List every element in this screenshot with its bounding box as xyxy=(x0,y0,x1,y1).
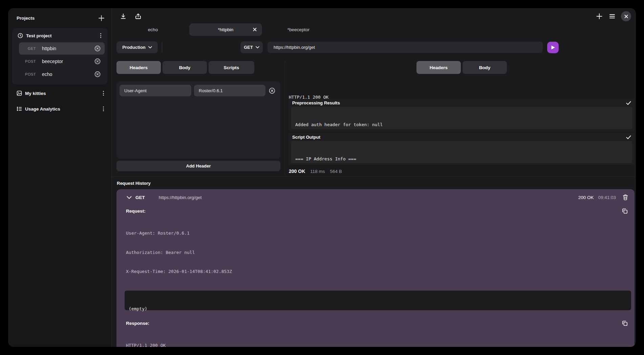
check-icon xyxy=(626,135,631,139)
project-group-header[interactable]: Test project xyxy=(15,31,105,42)
download-icon xyxy=(120,13,127,20)
collapse-entry-button[interactable] xyxy=(126,195,132,200)
export-button[interactable] xyxy=(134,12,142,20)
history-entry-header[interactable]: GET https://httpbin.org/get 200 OK 09:41… xyxy=(116,189,635,205)
chevron-down-icon xyxy=(127,196,132,199)
add-header-button[interactable]: Add Header xyxy=(116,161,280,171)
remove-header-button[interactable] xyxy=(268,87,276,95)
main-area: echo *httpbin *beeceptor Production xyxy=(112,8,636,347)
environment-dropdown[interactable]: Production xyxy=(116,41,158,53)
sidebar-item-my-kitties[interactable]: My kitties xyxy=(12,86,107,100)
request-method-badge: GET xyxy=(22,46,36,51)
request-label-row: Request: xyxy=(125,205,631,215)
chevron-down-icon xyxy=(148,46,152,48)
tab-request-body[interactable]: Body xyxy=(163,61,207,74)
close-window-button[interactable] xyxy=(621,11,631,21)
sidebar-item-echo[interactable]: POST echo xyxy=(19,68,105,80)
request-pane-tabs: Headers Body Scripts xyxy=(116,61,280,74)
method-label: GET xyxy=(244,45,253,50)
request-name: echo xyxy=(42,72,94,77)
delete-entry-button[interactable] xyxy=(622,194,629,201)
request-history-title: Request History xyxy=(112,177,636,186)
header-key-input[interactable] xyxy=(120,85,191,96)
remove-request-button[interactable] xyxy=(94,58,101,65)
tab-beeceptor[interactable]: *beeceptor xyxy=(262,23,335,36)
url-input[interactable] xyxy=(267,42,543,53)
tab-response-headers[interactable]: Headers xyxy=(416,61,461,74)
sidebar: Projects Test project GET httpbin xyxy=(8,8,112,347)
copy-response-button[interactable] xyxy=(621,320,628,327)
script-output[interactable]: === IP Address Info === IP: 195.146.105.… xyxy=(291,141,632,163)
section-label: Usage Analytics xyxy=(25,106,101,112)
script-output-panel: Script Output === IP Address Info === IP… xyxy=(289,133,635,165)
history-request-body: (empty) xyxy=(125,291,631,310)
circled-x-icon xyxy=(94,71,101,77)
output-line: === IP Address Info === xyxy=(295,156,628,162)
remove-request-button[interactable] xyxy=(94,45,101,52)
tab-response-body[interactable]: Body xyxy=(463,61,507,74)
hamburger-icon xyxy=(609,13,616,20)
request-bar: Production GET xyxy=(112,41,636,53)
status-size: 564 B xyxy=(330,169,342,174)
sidebar-header: Projects xyxy=(12,13,107,23)
projects-title: Projects xyxy=(17,16,35,21)
script-output-header: Script Output xyxy=(289,133,635,141)
tab-echo[interactable]: echo xyxy=(116,23,189,36)
history-method: GET xyxy=(135,195,145,200)
tab-request-scripts[interactable]: Scripts xyxy=(209,61,254,74)
remove-request-button[interactable] xyxy=(94,71,101,78)
header-value-input[interactable] xyxy=(194,85,265,96)
send-request-button[interactable] xyxy=(547,42,559,53)
my-kitties-menu-button[interactable] xyxy=(101,90,106,97)
circled-x-icon xyxy=(94,45,101,52)
request-pane: Headers Body Scripts Add Heade xyxy=(116,61,280,175)
clock-icon xyxy=(18,33,23,38)
new-tab-button[interactable] xyxy=(595,12,603,20)
request-label: Request: xyxy=(126,209,146,214)
play-icon xyxy=(551,45,555,50)
history-entry-body: Request: User-Agent: Roster/0.6.1 Author… xyxy=(116,205,635,347)
preprocessing-results-panel: Preprocessing Results Added auth header … xyxy=(289,99,635,131)
status-duration: 118 ms xyxy=(310,169,325,174)
method-dropdown[interactable]: GET xyxy=(240,41,263,53)
request-body-text: (empty) xyxy=(129,306,627,312)
history-entry: GET https://httpbin.org/get 200 OK 09:41… xyxy=(116,189,635,347)
usage-analytics-menu-button[interactable] xyxy=(101,105,106,112)
sidebar-item-beeceptor[interactable]: POST beeceptor xyxy=(19,55,105,67)
history-time: 09:41:03 xyxy=(598,195,616,200)
preprocessing-output[interactable]: Added auth header for token: null --- Re… xyxy=(291,107,632,129)
request-header-line: User-Agent: Roster/0.6.1 xyxy=(126,230,631,237)
plus-icon xyxy=(98,15,105,21)
response-header-line: HTTP/1.1 200 OK xyxy=(126,342,631,347)
panel-title: Script Output xyxy=(292,135,320,140)
sidebar-item-usage-analytics[interactable]: Usage Analytics xyxy=(12,102,107,116)
tab-httpbin[interactable]: *httpbin xyxy=(189,23,262,36)
tab-strip: echo *httpbin *beeceptor xyxy=(112,22,636,37)
project-name: Test project xyxy=(26,33,98,38)
response-label: Response: xyxy=(126,321,149,326)
sidebar-item-httpbin[interactable]: GET httpbin xyxy=(19,42,105,55)
check-icon xyxy=(626,101,631,105)
project-menu-button[interactable] xyxy=(98,32,103,39)
topbar-right-icons xyxy=(595,11,631,21)
request-response-panes: Headers Body Scripts Add Heade xyxy=(112,61,636,175)
response-status-bar: 200 OK 118 ms 564 B xyxy=(289,168,635,175)
circled-x-icon xyxy=(269,87,275,94)
response-header-line: HTTP/1.1 200 OK xyxy=(289,94,635,99)
request-header-line: X-Request-Time: 2026-01-14T08:41:02.853Z xyxy=(126,269,631,275)
app-window: Projects Test project GET httpbin xyxy=(8,8,636,347)
list-icon xyxy=(17,106,22,112)
tab-request-headers[interactable]: Headers xyxy=(116,61,161,74)
request-headers-list xyxy=(116,81,280,159)
copy-request-button[interactable] xyxy=(621,208,628,215)
chevron-down-icon xyxy=(256,46,259,48)
topbar-left-icons xyxy=(119,12,142,20)
response-raw-headers: HTTP/1.1 200 OK Date: Wed, 14 Jan 2026 0… xyxy=(289,81,635,99)
plus-icon xyxy=(596,13,603,20)
image-icon xyxy=(17,91,22,96)
menu-button[interactable] xyxy=(608,12,616,20)
project-group: Test project GET httpbin POST beeceptor xyxy=(12,28,107,84)
close-tab-button[interactable] xyxy=(253,28,257,32)
add-project-button[interactable] xyxy=(98,14,105,22)
import-button[interactable] xyxy=(119,12,127,20)
